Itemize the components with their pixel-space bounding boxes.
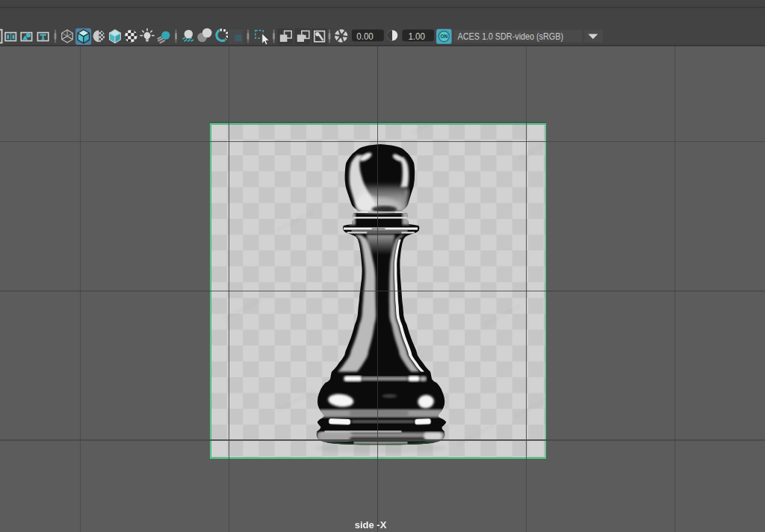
svg-text:ACES 1.0 SDR-video (sRGB): ACES 1.0 SDR-video (sRGB) — [458, 31, 564, 42]
svg-text:1.00: 1.00 — [408, 31, 425, 42]
svg-text:ON: ON — [440, 34, 447, 39]
svg-text:0.00: 0.00 — [356, 31, 374, 42]
